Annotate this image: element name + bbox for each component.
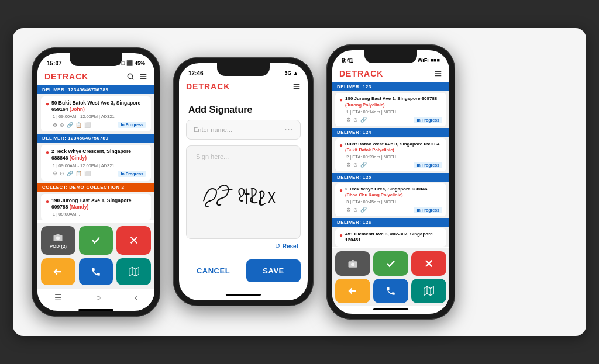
collect1-header: COLLECT: DEMO-COLLECTION-2 bbox=[37, 183, 154, 192]
back-button[interactable] bbox=[41, 258, 75, 285]
menu-icon[interactable] bbox=[139, 72, 147, 81]
signature-title: Add Signature bbox=[179, 95, 308, 120]
deliver2-meta: 1 | 09:00AM - 12:00PM | AD321 bbox=[53, 163, 146, 168]
p3-arrow-left-icon bbox=[347, 286, 358, 296]
deliver1-dot: ● bbox=[46, 100, 49, 113]
nav-menu-icon[interactable]: ☰ bbox=[54, 293, 62, 302]
sign-here-text: Sign here... bbox=[196, 153, 229, 160]
p3-map-button[interactable] bbox=[411, 279, 446, 303]
call-button[interactable] bbox=[79, 258, 113, 285]
phone1-notch bbox=[70, 53, 122, 66]
map-icon bbox=[129, 266, 139, 277]
phone3-header-icons bbox=[434, 70, 442, 78]
deliver1-status: In Progress bbox=[118, 122, 146, 128]
cancel-button[interactable]: CANCEL bbox=[186, 259, 240, 282]
deliver2-dot: ● bbox=[46, 148, 49, 161]
phone2-home-indicator bbox=[226, 294, 261, 296]
phone1-delivery-list: DELIVER: 12345646756789 ● 50 Bukit Batok… bbox=[37, 85, 154, 220]
deliver1-card[interactable]: ● 50 Bukit Batok West Ave 3, Singapore 6… bbox=[41, 96, 151, 131]
p3-x-icon bbox=[424, 258, 434, 269]
phone1-bottom-nav: ☰ ○ ‹ bbox=[37, 289, 154, 307]
pod-button[interactable]: POD (2) bbox=[41, 226, 75, 255]
p3-call-button[interactable] bbox=[373, 279, 408, 303]
p3-deliver123-header: DELIVER: 123 bbox=[332, 82, 449, 91]
phone1-time: 15:07 bbox=[47, 60, 62, 67]
camera-icon bbox=[53, 232, 63, 242]
p3-deliver124-footer: ⚙⊙🔗 In Progress bbox=[346, 162, 442, 168]
p3-deliver125-meta: 3 | ETA: 09:45am | NGFH bbox=[346, 199, 442, 204]
collect1-address: ● 190 Jurong East Ave 1, Singapore 60978… bbox=[46, 197, 146, 210]
collect1-card[interactable]: ● 190 Jurong East Ave 1, Singapore 60978… bbox=[41, 194, 151, 220]
reset-button[interactable]: Reset bbox=[283, 243, 298, 249]
p3-deliver126-header: DELIVER: 126 bbox=[332, 218, 449, 227]
p3-deliver124-card[interactable]: ● Bukit Batok West Ave 3, Singapore 6591… bbox=[335, 138, 446, 171]
phone3-action-grid bbox=[332, 248, 449, 306]
phone3-time: 9:41 bbox=[342, 57, 353, 64]
p3-phone-icon bbox=[385, 286, 396, 296]
phone-icon bbox=[91, 266, 101, 277]
reset-icon: ↺ bbox=[275, 242, 280, 250]
phone3-logo: DETRACK bbox=[339, 69, 383, 78]
phone1-action-grid: POD (2) bbox=[37, 223, 154, 289]
phone-3: 9:41 ▲▼ WiFi ■■■ DETRACK DELIVER: 123 bbox=[326, 44, 455, 319]
phone2-logo: DETRACK bbox=[186, 82, 230, 91]
p3-map-icon bbox=[424, 286, 434, 296]
phone3-delivery-list: DELIVER: 123 ● 190 Jurong East Ave 1, Si… bbox=[332, 82, 449, 246]
p3-reject-button[interactable] bbox=[411, 251, 446, 276]
p3-confirm-button[interactable] bbox=[373, 251, 408, 276]
p3-deliver125-header: DELIVER: 125 bbox=[332, 173, 449, 182]
p3-deliver123-card[interactable]: ● 190 Jurong East Ave 1, Singapore 60978… bbox=[335, 93, 446, 126]
deliver1-address: ● 50 Bukit Batok West Ave 3, Singapore 6… bbox=[46, 100, 146, 113]
p3-deliver125-address: ● 2 Teck Whye Cres, Singapore 688846 (Ch… bbox=[339, 186, 442, 198]
p3-deliver124-header: DELIVER: 124 bbox=[332, 128, 449, 137]
reject-button[interactable] bbox=[116, 226, 151, 255]
svg-point-0 bbox=[128, 74, 132, 79]
phone2-app-header: DETRACK bbox=[179, 79, 308, 95]
map-button[interactable] bbox=[116, 258, 151, 285]
check-icon bbox=[91, 235, 101, 245]
collect1-dot: ● bbox=[46, 197, 49, 210]
menu-icon-3[interactable] bbox=[434, 70, 442, 78]
phone3-home-indicator bbox=[373, 308, 408, 310]
p3-deliver124-icons: ⚙⊙🔗 bbox=[346, 162, 367, 168]
pod-label: POD (2) bbox=[50, 244, 67, 249]
sig-buttons: CANCEL SAVE bbox=[179, 254, 308, 292]
deliver1-icons: ⚙⊙🔗📋⬜ bbox=[53, 122, 91, 128]
reset-row: ↺ Reset bbox=[179, 239, 308, 254]
deliver1-meta: 1 | 09:00AM - 12:00PM | AD321 bbox=[53, 114, 146, 119]
phone2-notch bbox=[217, 63, 270, 76]
search-icon[interactable] bbox=[126, 72, 135, 81]
name-placeholder: Enter name... bbox=[194, 126, 232, 133]
nav-home-icon[interactable]: ○ bbox=[96, 293, 101, 302]
p3-check-icon bbox=[385, 258, 396, 269]
phone1-app-header: DETRACK bbox=[37, 70, 154, 85]
signature-pad[interactable]: Sign here... bbox=[186, 145, 301, 239]
signature-name-field[interactable]: Enter name... ··· bbox=[186, 120, 301, 140]
deliver2-card[interactable]: ● 2 Teck Whye Crescent, Singapore 688846… bbox=[41, 145, 151, 180]
deliver2-header: DELIVER: 12345646756789 bbox=[37, 134, 154, 143]
p3-deliver124-meta: 2 | ETA: 09:29am | NGFH bbox=[346, 154, 442, 160]
p3-deliver126-card[interactable]: ● 451 Clementi Ave 3, #02-307, Singapore… bbox=[335, 228, 446, 247]
p3-deliver123-icons: ⚙⊙🔗 bbox=[346, 117, 367, 123]
p3-deliver125-icons: ⚙⊙🔗 bbox=[346, 207, 367, 213]
outer-card: 15:07 □ □ ⬛ 45% DETRACK D bbox=[13, 28, 586, 335]
svg-line-1 bbox=[132, 78, 134, 80]
save-button[interactable]: SAVE bbox=[246, 259, 301, 282]
p3-deliver126-address: ● 451 Clementi Ave 3, #02-307, Singapore… bbox=[339, 231, 442, 244]
collect1-meta: 1 | 09:00AM... bbox=[53, 212, 146, 217]
p3-deliver125-card[interactable]: ● 2 Teck Whye Cres, Singapore 688846 (Ch… bbox=[335, 183, 446, 216]
p3-pod-button[interactable] bbox=[335, 251, 370, 276]
p3-deliver125-footer: ⚙⊙🔗 In Progress bbox=[346, 207, 442, 213]
deliver2-icons: ⚙⊙🔗📋⬜ bbox=[53, 171, 91, 176]
p3-back-button[interactable] bbox=[335, 279, 370, 303]
p3-deliver123-status: In Progress bbox=[414, 117, 442, 123]
phone1-header-icons bbox=[126, 72, 147, 81]
menu-icon-2[interactable] bbox=[292, 82, 301, 91]
arrow-left-icon bbox=[53, 266, 63, 277]
svg-marker-10 bbox=[129, 267, 139, 276]
deliver1-header: DELIVER: 12345646756789 bbox=[37, 85, 154, 94]
nav-back-icon[interactable]: ‹ bbox=[135, 293, 137, 302]
phone-2: 12:46 3G ▲ DETRACK Add Signature Enter n… bbox=[173, 57, 314, 306]
confirm-button[interactable] bbox=[79, 226, 113, 255]
phone-1: 15:07 □ □ ⬛ 45% DETRACK D bbox=[32, 47, 160, 316]
